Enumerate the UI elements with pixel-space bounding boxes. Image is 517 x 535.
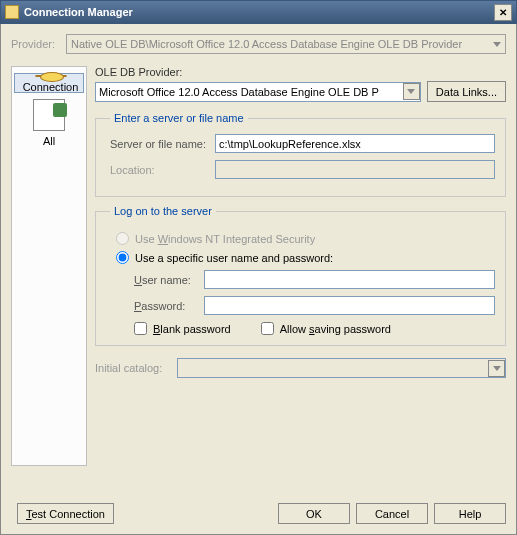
allow-saving-checkbox[interactable] bbox=[261, 322, 274, 335]
radio-integrated-label: Use Windows NT Integrated Security bbox=[135, 233, 315, 245]
radio-specific-row: Use a specific user name and password: bbox=[116, 251, 495, 264]
server-fieldset: Enter a server or file name Server or fi… bbox=[95, 112, 506, 197]
test-connection-button[interactable]: Test Connection bbox=[17, 503, 114, 524]
blank-password-label: Blank password bbox=[153, 323, 231, 335]
title-bar: Connection Manager ✕ bbox=[0, 0, 517, 24]
provider-value: Native OLE DB\Microsoft Office 12.0 Acce… bbox=[71, 38, 462, 50]
checkbox-row: Blank password Allow saving password bbox=[134, 322, 495, 335]
server-legend: Enter a server or file name bbox=[110, 112, 248, 124]
allow-saving-label: Allow saving password bbox=[280, 323, 391, 335]
logon-fieldset: Log on to the server Use Windows NT Inte… bbox=[95, 205, 506, 346]
close-button[interactable]: ✕ bbox=[494, 4, 512, 21]
blank-password-checkbox[interactable] bbox=[134, 322, 147, 335]
chevron-down-icon[interactable] bbox=[403, 83, 420, 100]
password-label: Password: bbox=[134, 300, 204, 312]
password-row: Password: bbox=[134, 296, 495, 315]
provider-label: Provider: bbox=[11, 38, 66, 50]
provider-row: Provider: Native OLE DB\Microsoft Office… bbox=[11, 34, 506, 54]
radio-specific-label: Use a specific user name and password: bbox=[135, 252, 333, 264]
dialog-body: Provider: Native OLE DB\Microsoft Office… bbox=[0, 24, 517, 535]
radio-integrated-row: Use Windows NT Integrated Security bbox=[116, 232, 495, 245]
server-file-label: Server or file name: bbox=[110, 138, 215, 150]
all-icon bbox=[33, 99, 65, 131]
window-title: Connection Manager bbox=[24, 6, 494, 18]
radio-integrated bbox=[116, 232, 129, 245]
footer: Test Connection OK Cancel Help bbox=[11, 503, 506, 524]
server-file-input[interactable] bbox=[215, 134, 495, 153]
ole-row: Microsoft Office 12.0 Access Database En… bbox=[95, 81, 506, 102]
chevron-down-icon bbox=[493, 42, 501, 47]
username-label: User name: bbox=[134, 274, 204, 286]
cancel-button[interactable]: Cancel bbox=[356, 503, 428, 524]
location-input bbox=[215, 160, 495, 179]
username-input[interactable] bbox=[204, 270, 495, 289]
sidebar-item-connection[interactable]: Connection bbox=[14, 73, 84, 93]
sidebar-item-label: All bbox=[43, 135, 55, 147]
ok-button[interactable]: OK bbox=[278, 503, 350, 524]
connection-icon bbox=[35, 75, 67, 77]
panel: OLE DB Provider: Microsoft Office 12.0 A… bbox=[95, 66, 506, 466]
sidebar-item-label: Connection bbox=[23, 81, 79, 93]
help-button[interactable]: Help bbox=[434, 503, 506, 524]
ole-header: OLE DB Provider: bbox=[95, 66, 506, 78]
chevron-down-icon bbox=[488, 360, 505, 377]
catalog-label: Initial catalog: bbox=[95, 362, 177, 374]
sidebar-item-all[interactable]: All bbox=[14, 93, 84, 157]
data-links-button[interactable]: Data Links... bbox=[427, 81, 506, 102]
app-icon bbox=[5, 5, 19, 19]
catalog-select bbox=[177, 358, 506, 378]
ole-provider-select[interactable]: Microsoft Office 12.0 Access Database En… bbox=[95, 82, 421, 102]
password-input[interactable] bbox=[204, 296, 495, 315]
location-label: Location: bbox=[110, 164, 215, 176]
ole-provider-value: Microsoft Office 12.0 Access Database En… bbox=[99, 86, 379, 98]
main-area: Connection All OLE DB Provider: Microsof… bbox=[11, 66, 506, 466]
catalog-row: Initial catalog: bbox=[95, 358, 506, 378]
logon-legend: Log on to the server bbox=[110, 205, 216, 217]
provider-select: Native OLE DB\Microsoft Office 12.0 Acce… bbox=[66, 34, 506, 54]
radio-specific[interactable] bbox=[116, 251, 129, 264]
username-row: User name: bbox=[134, 270, 495, 289]
sidebar: Connection All bbox=[11, 66, 87, 466]
